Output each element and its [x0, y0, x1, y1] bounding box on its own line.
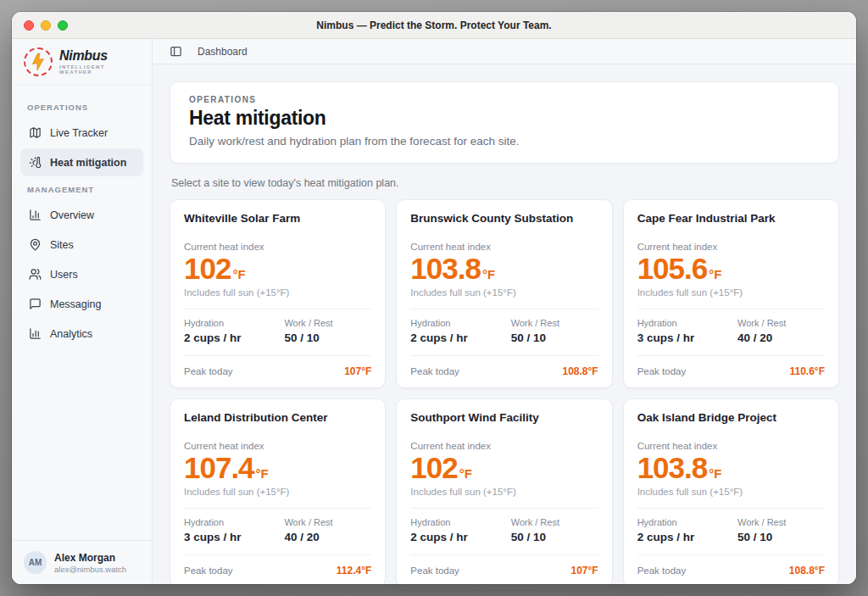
heat-index-label: Current heat index — [410, 441, 598, 451]
work-rest-value: 50 / 10 — [284, 331, 371, 344]
page-title: Heat mitigation — [189, 107, 820, 130]
hydration-stat: Hydration2 cups / hr — [410, 318, 510, 344]
hydration-stat: Hydration2 cups / hr — [410, 517, 510, 543]
card-stats-row: Hydration2 cups / hrWork / Rest50 / 10 — [184, 309, 371, 344]
card-footer: Peak today107°F — [410, 554, 598, 577]
window-controls — [24, 20, 68, 31]
card-footer: Peak today107°F — [184, 355, 371, 377]
sidebar-item-live-tracker[interactable]: Live Tracker — [20, 119, 143, 147]
brand-logo[interactable]: Nimbus INTELLIGENT WEATHER — [12, 39, 152, 86]
heat-index-label: Current heat index — [637, 441, 825, 451]
page-eyebrow: Operations — [189, 95, 820, 104]
work-rest-value: 50 / 10 — [511, 531, 598, 543]
work-rest-value: 50 / 10 — [511, 331, 598, 344]
sidebar-item-analytics[interactable]: Analytics — [20, 320, 143, 348]
heat-index-value: 105.6°F — [637, 253, 825, 285]
heat-index-unit: °F — [709, 466, 721, 481]
site-card-leland-distribution-center[interactable]: Leland Distribution CenterCurrent heat i… — [170, 398, 386, 584]
page-header-card: Operations Heat mitigation Daily work/re… — [170, 81, 839, 164]
main-area: Dashboard Operations Heat mitigation Dai… — [153, 39, 856, 584]
heat-index-note: Includes full sun (+15°F) — [410, 287, 598, 298]
heat-index-note: Includes full sun (+15°F) — [637, 287, 825, 298]
heat-index-label: Current heat index — [637, 242, 825, 252]
card-footer: Peak today108.8°F — [637, 554, 825, 577]
site-card-oak-island-bridge-project[interactable]: Oak Island Bridge ProjectCurrent heat in… — [623, 398, 839, 584]
heat-index-number: 102 — [184, 253, 231, 285]
card-footer: Peak today110.6°F — [637, 355, 825, 377]
heat-index-unit: °F — [232, 267, 245, 281]
user-profile[interactable]: AM Alex Morgan alex@nimbus.watch — [12, 540, 152, 584]
heat-index-value: 103.8°F — [637, 453, 825, 484]
heat-index-number: 103.8 — [410, 253, 481, 285]
heat-index-value: 107.4°F — [184, 453, 371, 484]
site-card-title: Oak Island Bridge Project — [637, 411, 825, 424]
site-card-southport-wind-facility[interactable]: Southport Wind FacilityCurrent heat inde… — [396, 398, 612, 584]
hydration-label: Hydration — [410, 517, 510, 527]
card-footer: Peak today112.4°F — [184, 554, 371, 577]
heat-index-unit: °F — [256, 466, 269, 481]
hydration-stat: Hydration3 cups / hr — [637, 318, 737, 344]
site-card-cape-fear-industrial-park[interactable]: Cape Fear Industrial ParkCurrent heat in… — [623, 199, 839, 388]
page-subtitle: Daily work/rest and hydration plan from … — [189, 135, 820, 148]
heat-index-unit: °F — [482, 267, 495, 281]
sidebar-item-heat-mitigation[interactable]: Heat mitigation — [20, 148, 143, 176]
hydration-label: Hydration — [184, 318, 284, 328]
sidebar-item-label: Heat mitigation — [50, 157, 126, 169]
heat-index-value: 102°F — [410, 453, 598, 484]
thermometer-sun-icon — [29, 156, 42, 169]
sidebar-item-overview[interactable]: Overview — [20, 201, 143, 229]
heat-index-note: Includes full sun (+15°F) — [184, 487, 371, 497]
site-card-title: Cape Fear Industrial Park — [637, 212, 825, 225]
work-rest-label: Work / Rest — [511, 517, 598, 527]
minimize-window-button[interactable] — [41, 20, 51, 31]
hydration-label: Hydration — [410, 318, 510, 328]
app-window: Nimbus — Predict the Storm. Protect Your… — [12, 12, 856, 584]
heat-index-label: Current heat index — [184, 441, 371, 451]
work-rest-stat: Work / Rest50 / 10 — [511, 318, 598, 344]
title-bar: Nimbus — Predict the Storm. Protect Your… — [12, 12, 856, 39]
card-stats-row: Hydration2 cups / hrWork / Rest50 / 10 — [410, 309, 598, 344]
hydration-value: 3 cups / hr — [637, 331, 737, 344]
heat-index-number: 105.6 — [637, 253, 708, 285]
bar-chart-icon — [29, 327, 42, 340]
heat-index-number: 107.4 — [184, 453, 254, 484]
hydration-stat: Hydration3 cups / hr — [184, 517, 284, 543]
work-rest-label: Work / Rest — [737, 318, 825, 328]
card-stats-row: Hydration3 cups / hrWork / Rest40 / 20 — [184, 508, 371, 543]
zoom-window-button[interactable] — [58, 20, 68, 31]
heat-index-note: Includes full sun (+15°F) — [184, 287, 371, 298]
work-rest-label: Work / Rest — [284, 517, 371, 527]
sidebar-item-sites[interactable]: Sites — [20, 231, 143, 259]
work-rest-label: Work / Rest — [737, 517, 825, 527]
site-card-brunswick-county-substation[interactable]: Brunswick County SubstationCurrent heat … — [396, 199, 612, 388]
brand-tagline: INTELLIGENT WEATHER — [59, 64, 140, 75]
avatar: AM — [24, 551, 47, 574]
sidebar-toggle-icon[interactable] — [170, 45, 182, 58]
heat-index-label: Current heat index — [184, 242, 371, 252]
hydration-value: 2 cups / hr — [637, 531, 737, 543]
top-bar: Dashboard — [153, 39, 856, 64]
message-square-icon — [29, 298, 42, 310]
close-window-button[interactable] — [24, 20, 34, 31]
peak-today-value: 107°F — [571, 565, 598, 577]
sidebar-item-users[interactable]: Users — [20, 260, 143, 288]
sidebar-item-messaging[interactable]: Messaging — [20, 290, 143, 318]
card-stats-row: Hydration2 cups / hrWork / Rest50 / 10 — [637, 508, 825, 543]
site-card-whiteville-solar-farm[interactable]: Whiteville Solar FarmCurrent heat index1… — [170, 199, 386, 388]
card-footer: Peak today108.8°F — [410, 355, 598, 377]
hydration-label: Hydration — [637, 318, 737, 328]
peak-today-label: Peak today — [637, 366, 687, 376]
user-name: Alex Morgan — [54, 552, 126, 565]
work-rest-value: 40 / 20 — [737, 331, 825, 344]
sidebar-item-label: Sites — [50, 239, 74, 251]
heat-index-number: 103.8 — [637, 453, 708, 484]
hydration-stat: Hydration2 cups / hr — [184, 318, 284, 344]
sidebar-item-label: Overview — [50, 209, 94, 221]
peak-today-label: Peak today — [410, 565, 459, 576]
sidebar-item-label: Users — [50, 269, 78, 281]
content-scroll-area[interactable]: Operations Heat mitigation Daily work/re… — [153, 64, 856, 584]
peak-today-label: Peak today — [410, 366, 459, 376]
peak-today-label: Peak today — [637, 565, 687, 576]
hydration-value: 2 cups / hr — [184, 331, 284, 344]
site-card-title: Southport Wind Facility — [410, 411, 598, 424]
